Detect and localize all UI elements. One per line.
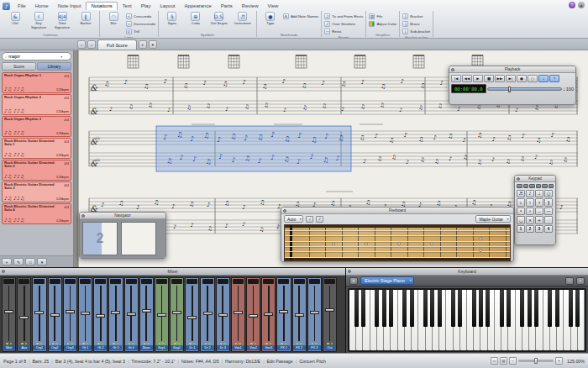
idea-info-button[interactable]: □ <box>25 258 35 265</box>
mixer-strip-fx-2[interactable]: FX 2 <box>292 277 307 352</box>
mute-indicator[interactable] <box>6 343 8 345</box>
voice-2-button[interactable]: 2 <box>526 225 534 234</box>
mixer-strip-vox1[interactable]: Vox1 <box>231 277 245 352</box>
solo-indicator[interactable] <box>71 343 73 345</box>
keyboard-instrument-select[interactable]: Electric Stage Piano <box>360 276 414 285</box>
rewind-button[interactable]: ◀◀ <box>462 75 472 82</box>
mixer-strip-dr-2[interactable]: Dr 2 <box>200 277 214 352</box>
black-key[interactable] <box>423 290 428 327</box>
tab-list-button[interactable]: ▾ <box>149 40 157 49</box>
keypad-key[interactable]: ♬ <box>517 190 525 198</box>
fader-handle[interactable] <box>4 310 13 313</box>
keypad-layout-tab[interactable] <box>536 184 542 188</box>
keyboard-smaller-button[interactable]: − <box>565 277 574 285</box>
black-key[interactable] <box>486 290 490 327</box>
mute-indicator[interactable] <box>144 343 146 345</box>
black-key[interactable] <box>438 290 442 327</box>
keyboard-title-bar[interactable]: Keyboard <box>346 268 588 276</box>
stop-button[interactable]: ■ <box>484 75 494 82</box>
mixer-strip-gt-4[interactable]: Gt 4 <box>124 277 139 352</box>
key-signature-button[interactable]: ♯Key Signature <box>28 11 50 29</box>
solo-indicator[interactable] <box>178 343 181 345</box>
mute-indicator[interactable] <box>52 343 55 345</box>
mute-indicator[interactable] <box>82 343 85 345</box>
ribbon-tab-note-input[interactable]: Note Input <box>54 3 86 10</box>
mute-indicator[interactable] <box>281 343 283 345</box>
mute-indicator[interactable] <box>174 343 176 345</box>
mixer-strip-bass[interactable]: Bass <box>139 277 154 352</box>
fretboard-note-icon[interactable]: ♩ <box>306 216 313 223</box>
black-key[interactable] <box>410 290 414 327</box>
keypad-key[interactable]: ♭ <box>517 198 525 207</box>
mute-indicator[interactable] <box>312 343 314 345</box>
solo-indicator[interactable] <box>40 343 43 345</box>
over-stemlets-button[interactable]: ♪Over Stemlets <box>324 20 363 27</box>
keypad-layout-tab[interactable] <box>549 184 554 188</box>
black-key[interactable] <box>555 290 559 327</box>
black-key[interactable] <box>569 290 573 327</box>
fader-handle[interactable] <box>34 311 44 314</box>
keypad-layout-tab[interactable] <box>523 184 529 188</box>
add-note-names-button[interactable]: AAdd Note Names <box>283 13 318 19</box>
mixer-strip-key1[interactable]: Key1 <box>155 277 169 352</box>
solo-indicator[interactable] <box>239 343 241 345</box>
fader-handle[interactable] <box>295 313 304 317</box>
sub-bracket-button[interactable]: ⌊Sub-bracket <box>402 28 430 34</box>
fader-handle[interactable] <box>218 313 228 317</box>
voice-1-button[interactable]: 1 <box>517 225 525 234</box>
playback-title-bar[interactable]: Playback <box>449 66 575 73</box>
minimize-ribbon-icon[interactable]: ▴ <box>578 2 585 8</box>
copy-idea-button[interactable]: + <box>2 258 12 265</box>
mute-indicator[interactable] <box>113 343 115 345</box>
black-key[interactable] <box>534 290 538 327</box>
ribbon-tab-parts[interactable]: Parts <box>217 3 237 10</box>
solo-indicator[interactable] <box>162 343 165 345</box>
to-and-from-rests-button[interactable]: ♫To and From Rests <box>324 13 363 19</box>
voice-4-button[interactable]: 4 <box>544 225 553 234</box>
mixer-strip-org1[interactable]: Org1 <box>32 277 46 352</box>
signs-button[interactable]: §Signs <box>161 11 183 26</box>
ribbon-tab-notations[interactable]: Notations <box>86 2 117 10</box>
zoom-out-button[interactable]: − <box>509 357 517 365</box>
black-key[interactable] <box>520 290 524 327</box>
crescendo-button[interactable]: <Crescendo <box>126 13 155 19</box>
ribbon-tab-text[interactable]: Text <box>118 3 136 10</box>
mixer-strip-dr-3[interactable]: Dr 3 <box>216 277 230 352</box>
keypad-layout-tab[interactable] <box>529 184 535 188</box>
black-key[interactable] <box>451 290 455 327</box>
trill-button[interactable]: trTrill <box>126 28 155 34</box>
fretboard-instrument-select[interactable]: Maple Guitar <box>475 215 511 223</box>
navigator-title-bar[interactable]: Navigator <box>80 213 165 219</box>
ribbon-tab-play[interactable]: Play <box>137 3 155 10</box>
keypad-key[interactable]: ♮ <box>526 198 534 207</box>
panorama-view-icon[interactable]: ▭ <box>491 357 498 365</box>
black-key[interactable] <box>575 290 580 327</box>
solo-indicator[interactable] <box>10 343 13 345</box>
black-key[interactable] <box>500 290 504 327</box>
click-button[interactable]: ♩ <box>538 75 549 82</box>
mute-indicator[interactable] <box>97 343 100 345</box>
black-key[interactable] <box>458 290 462 327</box>
mute-indicator[interactable] <box>265 343 268 345</box>
ribbon-tab-view[interactable]: View <box>264 3 283 10</box>
mixer-strip-org3[interactable]: Org3 <box>63 277 77 352</box>
mute-indicator[interactable] <box>189 343 192 345</box>
fader-handle[interactable] <box>19 316 29 319</box>
mute-indicator[interactable] <box>250 343 253 345</box>
mute-indicator[interactable] <box>129 343 131 345</box>
mute-indicator[interactable] <box>205 343 207 345</box>
mixer-strip-key2[interactable]: Key2 <box>170 277 184 352</box>
mixer-strip-gt-3[interactable]: Gt 3 <box>108 277 123 352</box>
keypad-key[interactable]: · <box>544 216 553 224</box>
black-key[interactable] <box>507 290 511 327</box>
mixer-strip-fx-3[interactable]: FX 3 <box>307 277 322 352</box>
solo-indicator[interactable] <box>315 343 318 345</box>
zoom-slider-handle[interactable] <box>534 358 538 364</box>
ribbon-tab-file[interactable]: File <box>13 3 30 10</box>
fader-handle[interactable] <box>325 308 334 312</box>
close-icon[interactable] <box>517 177 520 181</box>
ribbon-tab-home[interactable]: Home <box>31 3 53 10</box>
fretboard-chord-icon[interactable]: ♪ <box>316 216 323 223</box>
idea-item[interactable]: Rock Electric Guitar Distorted Solo 14/4… <box>2 138 71 159</box>
mute-indicator[interactable] <box>159 343 161 345</box>
